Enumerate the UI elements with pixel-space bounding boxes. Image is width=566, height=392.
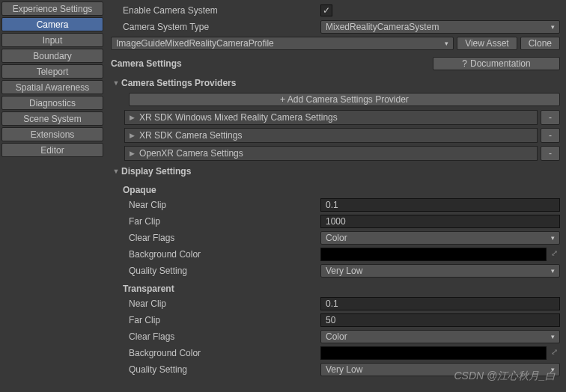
documentation-button[interactable]: ? Documentation <box>433 57 560 70</box>
transparent-title: Transparent <box>111 281 560 296</box>
transparent-quality-label: Quality Setting <box>111 364 320 375</box>
provider-item[interactable]: ▶XR SDK Windows Mixed Reality Camera Set… <box>124 110 538 125</box>
transparent-clear-flags-dropdown[interactable]: Color <box>320 330 560 343</box>
opaque-bg-label: Background Color <box>111 249 320 260</box>
main-panel: Enable Camera System ✓ Camera System Typ… <box>105 0 566 392</box>
enable-camera-label: Enable Camera System <box>111 5 320 16</box>
opaque-quality-dropdown[interactable]: Very Low <box>320 264 560 278</box>
opaque-clear-flags-label: Clear Flags <box>111 233 320 243</box>
transparent-quality-dropdown[interactable]: Very Low <box>320 363 560 376</box>
help-icon: ? <box>462 58 467 69</box>
chevron-right-icon: ▶ <box>130 114 135 121</box>
sidebar-item-editor[interactable]: Editor <box>1 143 103 157</box>
camera-settings-title: Camera Settings <box>111 58 182 69</box>
system-type-dropdown[interactable]: MixedRealityCameraSystem <box>320 20 560 34</box>
profile-dropdown[interactable]: ImageGuideMixedRealityCameraProfile <box>111 37 454 50</box>
remove-provider-button[interactable]: - <box>541 146 560 161</box>
opaque-clear-flags-dropdown[interactable]: Color <box>320 231 560 245</box>
opaque-near-clip-input[interactable]: 0.1 <box>320 198 560 212</box>
view-asset-button[interactable]: View Asset <box>457 37 517 50</box>
chevron-down-icon: ▼ <box>111 168 121 175</box>
opaque-bg-color-picker[interactable] <box>320 248 547 261</box>
transparent-bg-color-picker[interactable] <box>320 346 547 360</box>
sidebar-item-camera[interactable]: Camera <box>1 17 103 31</box>
display-foldout[interactable]: ▼ Display Settings <box>111 163 560 180</box>
opaque-far-clip-label: Far Clip <box>111 216 320 227</box>
sidebar-item-boundary[interactable]: Boundary <box>1 49 103 63</box>
sidebar-item-scene[interactable]: Scene System <box>1 111 103 126</box>
sidebar-item-teleport[interactable]: Teleport <box>1 64 103 79</box>
sidebar-item-input[interactable]: Input <box>1 33 103 47</box>
opaque-far-clip-input[interactable]: 1000 <box>320 215 560 228</box>
add-provider-button[interactable]: + Add Camera Settings Provider <box>129 93 560 106</box>
transparent-clear-flags-label: Clear Flags <box>111 331 320 342</box>
system-type-label: Camera System Type <box>111 22 320 32</box>
opaque-title: Opaque <box>111 183 560 197</box>
enable-camera-checkbox[interactable]: ✓ <box>320 4 332 16</box>
opaque-quality-label: Quality Setting <box>111 266 320 276</box>
sidebar: Experience Settings Camera Input Boundar… <box>0 0 105 392</box>
remove-provider-button[interactable]: - <box>541 110 560 125</box>
remove-provider-button[interactable]: - <box>541 128 560 143</box>
clone-button[interactable]: Clone <box>520 37 560 50</box>
provider-item[interactable]: ▶OpenXR Camera Settings <box>124 146 538 161</box>
sidebar-item-diagnostics[interactable]: Diagnostics <box>1 96 103 110</box>
providers-foldout[interactable]: ▼ Camera Settings Providers <box>111 75 560 91</box>
sidebar-item-experience[interactable]: Experience Settings <box>1 1 103 16</box>
chevron-down-icon: ▼ <box>111 79 121 87</box>
chevron-right-icon: ▶ <box>130 150 135 157</box>
transparent-near-clip-input[interactable]: 0.1 <box>320 297 560 310</box>
transparent-far-clip-label: Far Clip <box>111 315 320 325</box>
opaque-near-clip-label: Near Clip <box>111 200 320 210</box>
transparent-bg-label: Background Color <box>111 348 320 358</box>
provider-item[interactable]: ▶XR SDK Camera Settings <box>124 128 538 143</box>
transparent-far-clip-input[interactable]: 50 <box>320 313 560 327</box>
sidebar-item-extensions[interactable]: Extensions <box>1 127 103 141</box>
transparent-near-clip-label: Near Clip <box>111 298 320 309</box>
chevron-right-icon: ▶ <box>130 132 135 139</box>
sidebar-item-spatial[interactable]: Spatial Awareness <box>1 80 103 94</box>
